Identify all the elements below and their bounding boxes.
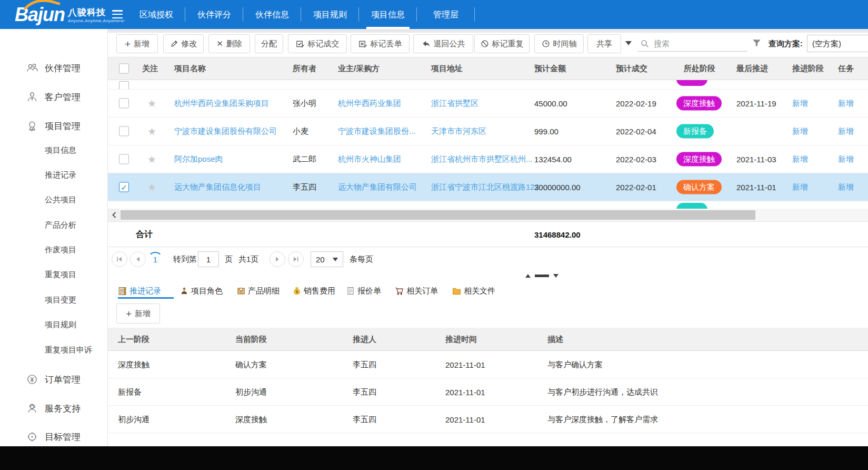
client-link[interactable]: 杭州华西药业集团: [338, 99, 401, 109]
nav-tab-project-info[interactable]: 项目信息: [359, 0, 417, 29]
expand-down-icon[interactable]: [553, 274, 558, 278]
table-row-partial-bottom[interactable]: [108, 201, 868, 209]
select-all-checkbox[interactable]: [119, 64, 129, 74]
sidebar-item-project-changes[interactable]: 项目变更: [0, 292, 107, 307]
row-checkbox[interactable]: [119, 126, 129, 136]
detail-tab-related-files[interactable]: 相关文件: [452, 283, 495, 298]
goto-page-input[interactable]: [198, 251, 219, 267]
address-link[interactable]: 天津市市河东区: [431, 126, 486, 136]
detail-tab-related-orders[interactable]: 相关订单: [395, 283, 438, 298]
star-icon[interactable]: ★: [147, 182, 156, 192]
detail-row[interactable]: 深度接触 确认方案 李五四 2021-11-01 与客户确认方案: [108, 351, 868, 378]
prev-page-button[interactable]: [130, 251, 146, 267]
panel-splitter[interactable]: [525, 274, 558, 278]
current-page-indicator[interactable]: 1: [148, 252, 163, 267]
sidebar-item-public-projects[interactable]: 公共项目: [0, 192, 107, 207]
row-checkbox[interactable]: [119, 154, 129, 164]
detail-row[interactable]: 初步沟通 深度接触 李五四 2021-11-01 与客户深度接触，了解客户需求: [108, 406, 868, 433]
table-row[interactable]: ★ 杭州华西药业集团采购项目 张小明 杭州华西药业集团 浙江省拱墅区 45000…: [108, 90, 868, 117]
detail-row[interactable]: 新报备 初步沟通 李五四 2021-11-01 与客户初步进行沟通，达成共识: [108, 378, 868, 406]
row-checkbox[interactable]: [119, 81, 129, 90]
query-scheme-select[interactable]: (空方案): [807, 35, 868, 52]
detail-tab-project-roles[interactable]: 项目角色: [180, 283, 223, 298]
edit-button[interactable]: 修改: [163, 34, 204, 53]
sidebar-item-partner-mgmt[interactable]: 伙伴管理: [0, 61, 107, 75]
search-input[interactable]: [654, 39, 733, 48]
address-link[interactable]: 浙江省杭州市市拱墅区杭州...: [431, 154, 533, 164]
timeline-button[interactable]: 时间轴: [534, 34, 584, 53]
push-stage-link[interactable]: 新增: [792, 126, 808, 136]
client-link[interactable]: 杭州市火神山集团: [338, 154, 401, 164]
collapse-up-icon[interactable]: [525, 274, 531, 278]
table-row-selected[interactable]: ✓ ★ 远大物产集团信息化项目 李五四 远大物产集团有限公司 浙江省宁波市江北区…: [108, 173, 868, 201]
row-checkbox[interactable]: [119, 99, 129, 109]
star-icon[interactable]: ★: [147, 99, 156, 109]
sidebar-item-voided-projects[interactable]: 作废项目: [0, 242, 107, 257]
add-button[interactable]: + 新增: [116, 34, 158, 53]
share-button[interactable]: 共享: [587, 34, 621, 53]
detail-tab-quotation[interactable]: 报价单: [346, 283, 381, 298]
detail-add-button[interactable]: + 新增: [116, 303, 160, 324]
assign-button[interactable]: 分配: [255, 34, 283, 53]
task-link[interactable]: 新增: [838, 182, 854, 192]
horizontal-scrollbar[interactable]: [108, 209, 868, 222]
task-link[interactable]: 新增: [838, 99, 854, 109]
sidebar-item-project-mgmt[interactable]: 项目管理: [0, 119, 107, 133]
return-public-button[interactable]: 退回公共: [413, 34, 473, 53]
page-size-select[interactable]: 20: [311, 251, 343, 267]
sidebar-item-goal-mgmt[interactable]: 目标管理: [0, 429, 107, 444]
next-page-button[interactable]: [270, 251, 285, 267]
last-page-button[interactable]: [288, 251, 304, 267]
sidebar-item-project-info[interactable]: 项目信息: [0, 143, 107, 158]
table-row[interactable]: ★ 阿尔加pose肉 武二郎 杭州市火神山集团 浙江省杭州市市拱墅区杭州... …: [108, 145, 868, 173]
nav-tab-partner-score[interactable]: 伙伴评分: [185, 0, 243, 29]
table-row-partial-top[interactable]: [108, 80, 868, 90]
splitter-handle[interactable]: [535, 275, 549, 277]
row-checkbox-checked[interactable]: ✓: [119, 182, 129, 192]
detail-row-partial[interactable]: [108, 433, 868, 446]
col-push-time: 推进时间: [445, 334, 477, 344]
sidebar-item-duplicate-projects[interactable]: 重复项目: [0, 267, 107, 282]
summary-label: 合计: [136, 229, 153, 240]
delete-button[interactable]: ✕ 删除: [208, 34, 250, 53]
nav-tab-project-rules[interactable]: 项目规则: [301, 0, 359, 29]
push-stage-link[interactable]: 新增: [792, 154, 808, 164]
scroll-left-button[interactable]: [108, 209, 121, 221]
table-row[interactable]: ★ 宁波市建设集团股份有限公司 小麦 宁波市建设集团股份... 天津市市河东区 …: [108, 117, 868, 145]
client-link[interactable]: 远大物产集团有限公司: [338, 182, 417, 192]
task-link[interactable]: 新增: [838, 126, 854, 136]
push-stage-link[interactable]: 新增: [792, 182, 808, 192]
push-stage-link[interactable]: 新增: [792, 99, 808, 109]
address-link[interactable]: 浙江省拱墅区: [431, 99, 478, 109]
nav-tab-partner-info[interactable]: 伙伴信息: [243, 0, 301, 29]
search-dropdown-caret[interactable]: [625, 41, 632, 45]
star-icon[interactable]: ★: [147, 126, 156, 136]
scrollbar-thumb[interactable]: [121, 210, 755, 220]
project-name-link[interactable]: 宁波市建设集团股份有限公司: [174, 126, 277, 136]
project-name-link[interactable]: 阿尔加pose肉: [174, 154, 223, 164]
task-link[interactable]: 新增: [838, 154, 854, 164]
sidebar-item-order-mgmt[interactable]: 订单管理: [0, 372, 107, 387]
nav-tab-region-auth[interactable]: 区域授权: [127, 0, 185, 29]
nav-tab-management[interactable]: 管理层: [417, 0, 475, 29]
client-link[interactable]: 宁波市建设集团股份...: [338, 126, 416, 136]
detail-tab-sales-expense[interactable]: $ 销售费用: [293, 283, 335, 298]
first-page-button[interactable]: [112, 251, 127, 267]
mark-won-button[interactable]: 标记成交: [288, 34, 347, 53]
sidebar-item-project-rules[interactable]: 项目规则: [0, 317, 107, 332]
detail-tab-product-detail[interactable]: 产品明细: [237, 283, 280, 298]
sidebar-item-service-support[interactable]: 服务支持: [0, 401, 107, 416]
address-link[interactable]: 浙江省宁波市江北区桃渡路122: [431, 182, 539, 192]
sidebar-item-product-analysis[interactable]: 产品分析: [0, 218, 107, 232]
sidebar-item-customer-mgmt[interactable]: 客户管理: [0, 90, 107, 104]
sidebar-item-duplicate-appeal[interactable]: 重复项目申诉: [0, 342, 107, 357]
project-name-link[interactable]: 远大物产集团信息化项目: [174, 182, 261, 192]
mark-lost-button[interactable]: 标记丢单: [351, 34, 410, 53]
mark-duplicate-button[interactable]: 标记重复: [474, 34, 530, 53]
hamburger-menu-icon[interactable]: [112, 10, 123, 18]
project-name-link[interactable]: 杭州华西药业集团采购项目: [174, 99, 269, 109]
filter-funnel-icon[interactable]: [752, 38, 762, 50]
sidebar-item-push-records[interactable]: 推进记录: [0, 168, 107, 182]
detail-tab-push-records[interactable]: 推进记录: [118, 283, 161, 298]
star-icon[interactable]: ★: [147, 154, 156, 164]
